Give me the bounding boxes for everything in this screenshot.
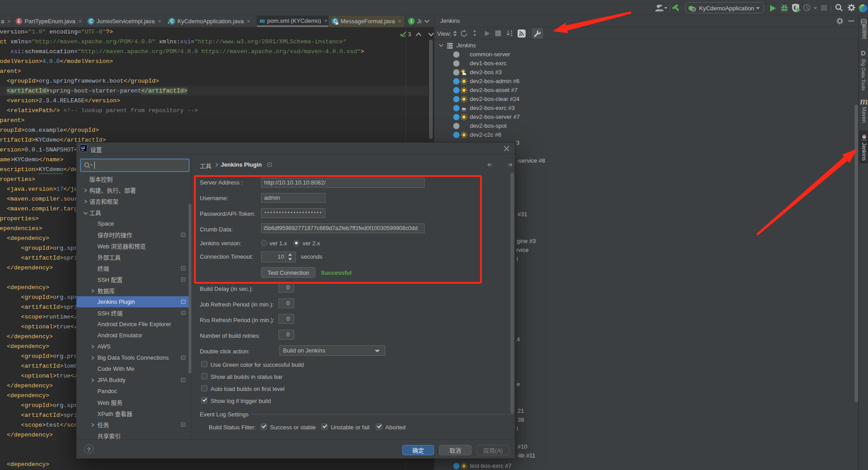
svg-text:KyCdemoApplication: KyCdemoApplication xyxy=(699,5,754,12)
